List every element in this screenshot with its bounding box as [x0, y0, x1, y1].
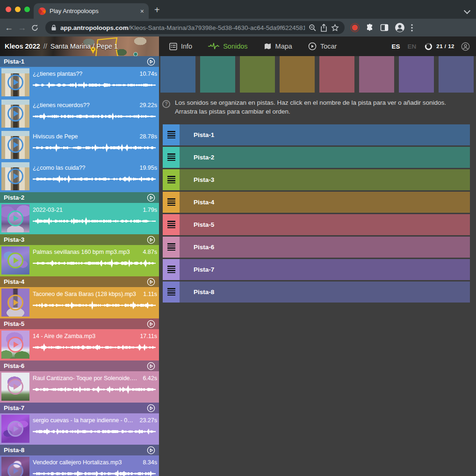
- track-row-label[interactable]: Pista-7: [180, 259, 470, 280]
- bookmark-star-icon[interactable]: [331, 24, 339, 32]
- clip-thumbnail[interactable]: [1, 331, 29, 359]
- close-window-button[interactable]: [6, 7, 11, 12]
- track-row-label[interactable]: Pista-6: [180, 237, 470, 258]
- audio-clip[interactable]: Raul Cantizano- Toque por Solenoide.mp3 …: [0, 371, 159, 403]
- color-swatch-pista-7[interactable]: [399, 56, 434, 93]
- language-es[interactable]: ES: [392, 43, 400, 50]
- track-play-button[interactable]: [147, 320, 155, 328]
- recording-indicator-icon[interactable]: [350, 23, 360, 32]
- clip-thumbnail[interactable]: [1, 373, 29, 401]
- audio-clip[interactable]: ¿¿tienes recuerdos?? 29.22s: [0, 98, 159, 130]
- clip-play-icon[interactable]: [1, 100, 29, 128]
- new-tab-button[interactable]: +: [154, 5, 160, 14]
- track-row-pista-3[interactable]: Pista-3: [163, 169, 470, 190]
- clip-thumbnail[interactable]: [1, 457, 29, 476]
- side-panel-icon[interactable]: [380, 23, 389, 32]
- clip-thumbnail[interactable]: [1, 68, 29, 96]
- track-row-label[interactable]: Pista-8: [180, 281, 470, 303]
- breadcrumb-project[interactable]: Kleos 2022: [5, 43, 40, 50]
- clip-thumbnail[interactable]: [1, 415, 29, 443]
- nav-item-mapa[interactable]: Mapa: [264, 43, 292, 50]
- color-swatch-pista-4[interactable]: [280, 56, 315, 93]
- drag-handle[interactable]: [163, 259, 180, 280]
- track-play-button[interactable]: [147, 362, 155, 370]
- clip-play-icon[interactable]: [1, 68, 29, 96]
- track-play-button[interactable]: [147, 446, 155, 454]
- track-play-button[interactable]: [147, 278, 155, 286]
- track-header[interactable]: Pista-6: [0, 361, 159, 371]
- clip-play-icon[interactable]: [1, 204, 29, 232]
- clip-thumbnail[interactable]: [1, 288, 29, 317]
- track-row-label[interactable]: Pista-4: [180, 192, 470, 213]
- clip-play-icon[interactable]: [1, 331, 29, 359]
- color-swatch-pista-1[interactable]: [160, 56, 195, 93]
- track-row-label[interactable]: Pista-3: [180, 169, 470, 190]
- clip-thumbnail[interactable]: [1, 246, 29, 274]
- track-header[interactable]: Pista-4: [0, 276, 159, 287]
- color-swatch-pista-2[interactable]: [200, 56, 235, 93]
- clip-waveform[interactable]: [33, 342, 156, 353]
- extensions-puzzle-icon[interactable]: [366, 23, 374, 32]
- account-icon[interactable]: [461, 42, 470, 51]
- profile-avatar-icon[interactable]: [395, 22, 405, 33]
- track-row-pista-5[interactable]: Pista-5: [163, 214, 470, 235]
- track-row-pista-6[interactable]: Pista-6: [163, 237, 470, 258]
- browser-tab[interactable]: Play Antropoloops ×: [34, 3, 149, 19]
- reload-button[interactable]: [31, 24, 39, 32]
- track-header[interactable]: Pista-3: [0, 234, 159, 245]
- drag-handle[interactable]: [163, 124, 180, 145]
- track-header[interactable]: Pista-2: [0, 192, 159, 203]
- clip-waveform[interactable]: [33, 216, 156, 227]
- audio-clip[interactable]: Hiviscus de Pepe 28.78s: [0, 130, 159, 161]
- drag-handle[interactable]: [163, 169, 180, 190]
- clip-waveform[interactable]: [33, 173, 156, 185]
- nav-item-info[interactable]: Info: [169, 43, 192, 50]
- clip-waveform[interactable]: [33, 79, 156, 91]
- zoom-window-button[interactable]: [24, 7, 30, 12]
- back-button[interactable]: ←: [5, 23, 13, 32]
- color-swatch-pista-6[interactable]: [359, 56, 394, 93]
- drag-handle[interactable]: [163, 281, 180, 303]
- audio-clip[interactable]: sergio cuevas - la harpe indienne - 03 -…: [0, 413, 159, 445]
- track-play-button[interactable]: [147, 404, 155, 412]
- zoom-out-icon[interactable]: [309, 24, 317, 32]
- language-en[interactable]: EN: [408, 43, 417, 50]
- track-row-pista-4[interactable]: Pista-4: [163, 192, 470, 213]
- clip-play-icon[interactable]: [1, 246, 29, 274]
- clip-thumbnail[interactable]: [1, 162, 29, 190]
- forward-button[interactable]: →: [18, 23, 26, 32]
- drag-handle[interactable]: [163, 192, 180, 213]
- clip-thumbnail[interactable]: [1, 204, 29, 232]
- track-header[interactable]: Pista-8: [0, 445, 159, 455]
- nav-item-sonidos[interactable]: Sonidos: [208, 43, 247, 50]
- color-swatch-pista-5[interactable]: [319, 56, 354, 93]
- track-row-label[interactable]: Pista-2: [180, 147, 470, 168]
- audio-clip[interactable]: Palmas sevillanas 160 bpm mp3.mp3 4.87s: [0, 245, 159, 276]
- track-header[interactable]: Pista-1: [0, 56, 159, 67]
- clip-waveform[interactable]: [33, 258, 156, 269]
- clip-play-icon[interactable]: [1, 162, 29, 190]
- track-header[interactable]: Pista-7: [0, 403, 159, 413]
- map-banner[interactable]: Kleos 2022 // Santa Marina / Pepe 1: [0, 36, 159, 56]
- clip-waveform[interactable]: [33, 111, 156, 122]
- audio-clip[interactable]: Taconeo de Sara Baras (128 kbps).mp3 1.1…: [0, 287, 159, 318]
- track-row-label[interactable]: Pista-5: [180, 214, 470, 235]
- track-play-button[interactable]: [147, 194, 155, 202]
- clip-waveform[interactable]: [33, 384, 156, 395]
- track-row-label[interactable]: Pista-1: [180, 124, 470, 145]
- clip-thumbnail[interactable]: [1, 100, 29, 128]
- clip-waveform[interactable]: [33, 300, 156, 311]
- clip-play-icon[interactable]: [1, 415, 29, 443]
- track-play-button[interactable]: [147, 236, 155, 244]
- track-play-button[interactable]: [147, 58, 155, 66]
- color-swatch-pista-3[interactable]: [240, 56, 275, 93]
- color-swatch-pista-8[interactable]: [439, 56, 474, 93]
- track-header[interactable]: Pista-5: [0, 318, 159, 329]
- audio-clip[interactable]: 14 - Aire de Zamba.mp3 17.11s: [0, 329, 159, 361]
- drag-handle[interactable]: [163, 214, 180, 235]
- track-row-pista-7[interactable]: Pista-7: [163, 259, 470, 280]
- drag-handle[interactable]: [163, 237, 180, 258]
- tab-search-chevron-icon[interactable]: [464, 7, 470, 14]
- minimize-window-button[interactable]: [15, 7, 21, 12]
- address-bar[interactable]: app.antropoloops.com/Kleos-Santa-Marina/…: [45, 21, 345, 34]
